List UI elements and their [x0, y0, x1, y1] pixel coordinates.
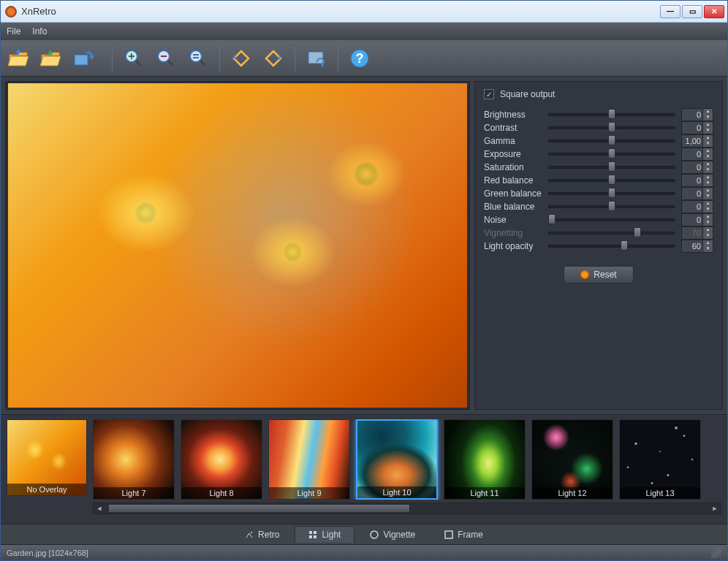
- scroll-right-icon[interactable]: ►: [709, 505, 721, 512]
- spinner-input-red_balance[interactable]: [682, 176, 702, 185]
- spinner-up-icon[interactable]: ▲: [702, 175, 713, 180]
- window-title: XnRetro: [21, 6, 660, 17]
- menu-info[interactable]: Info: [32, 26, 47, 37]
- spinner-input-brightness[interactable]: [682, 110, 702, 119]
- slider-saturation[interactable]: [548, 161, 675, 173]
- overlay-thumb-light-13[interactable]: Light 13: [619, 419, 701, 500]
- slider-label-green_balance: Green balance: [484, 188, 542, 199]
- spinner-input-light_opacity[interactable]: [682, 242, 702, 251]
- svg-point-5: [321, 64, 324, 66]
- spinner-blue_balance[interactable]: ▲▼: [681, 200, 713, 213]
- slider-row-saturation: Saturation▲▼: [484, 161, 713, 174]
- spinner-down-icon[interactable]: ▼: [702, 194, 713, 199]
- spinner-up-icon[interactable]: ▲: [702, 109, 713, 115]
- overlay-thumb-light-10[interactable]: Light 10: [356, 419, 438, 500]
- no-overlay-thumb[interactable]: No Overlay: [7, 419, 87, 496]
- help-button[interactable]: ?: [346, 45, 374, 72]
- spinner-red_balance[interactable]: ▲▼: [681, 174, 713, 187]
- zoom-fit-button[interactable]: [184, 45, 212, 72]
- reset-icon: [580, 270, 589, 279]
- tab-light[interactable]: Light: [295, 526, 354, 543]
- crop-button[interactable]: [303, 45, 330, 72]
- overlay-thumb-light-7[interactable]: Light 7: [93, 419, 175, 500]
- spinner-up-icon[interactable]: ▲: [702, 201, 713, 207]
- spinner-input-contrast[interactable]: [682, 123, 702, 132]
- spinner-gamma[interactable]: ▲▼: [681, 134, 713, 148]
- spinner-input-saturation[interactable]: [682, 163, 702, 172]
- overlay-thumb-light-12[interactable]: Light 12: [531, 419, 613, 500]
- tab-vignette[interactable]: Vignette: [356, 526, 429, 543]
- rotate-right-button[interactable]: [259, 45, 287, 72]
- overlay-thumb-light-11[interactable]: Light 11: [444, 419, 526, 500]
- spinner-up-icon[interactable]: ▲: [702, 161, 713, 167]
- tab-frame[interactable]: Frame: [431, 526, 497, 543]
- spinner-up-icon[interactable]: ▲: [702, 148, 713, 154]
- folder-save-icon: [40, 49, 62, 68]
- overlay-scrollbar[interactable]: ◄ ►: [93, 503, 721, 514]
- spinner-light_opacity[interactable]: ▲▼: [681, 240, 713, 253]
- spinner-input-noise[interactable]: [682, 215, 702, 224]
- overlay-thumb-label: Light 10: [357, 486, 436, 498]
- spinner-up-icon[interactable]: ▲: [702, 188, 713, 194]
- spinner-saturation[interactable]: ▲▼: [681, 161, 713, 174]
- slider-row-contrast: Contrast▲▼: [484, 121, 713, 134]
- slider-green_balance[interactable]: [548, 188, 675, 199]
- spinner-up-icon[interactable]: ▲: [702, 122, 713, 128]
- slider-brightness[interactable]: [548, 109, 675, 121]
- spinner-down-icon[interactable]: ▼: [702, 167, 713, 173]
- overlay-thumb-light-9[interactable]: Light 9: [268, 419, 350, 500]
- preview-pane[interactable]: [5, 81, 470, 410]
- spinner-input-blue_balance[interactable]: [682, 202, 702, 211]
- vignette-tab-icon: [370, 530, 379, 539]
- square-output-checkbox[interactable]: ✓: [484, 89, 494, 99]
- spinner-exposure[interactable]: ▲▼: [681, 148, 713, 161]
- slider-contrast[interactable]: [548, 122, 675, 134]
- zoom-out-button[interactable]: [152, 45, 180, 72]
- rotate-left-button[interactable]: [227, 45, 255, 72]
- status-text: Garden.jpg [1024x768]: [7, 549, 88, 557]
- light-tab-icon: [308, 530, 317, 539]
- overlay-thumb-label: Light 11: [444, 487, 525, 499]
- slider-gamma[interactable]: [548, 135, 675, 147]
- spinner-down-icon[interactable]: ▼: [702, 141, 713, 147]
- close-button[interactable]: ✕: [704, 5, 724, 18]
- scroll-left-icon[interactable]: ◄: [94, 505, 105, 512]
- spinner-brightness[interactable]: ▲▼: [681, 108, 713, 121]
- slider-noise[interactable]: [548, 214, 675, 226]
- titlebar[interactable]: XnRetro — ▭ ✕: [1, 1, 727, 23]
- maximize-button[interactable]: ▭: [682, 5, 702, 18]
- spinner-green_balance[interactable]: ▲▼: [681, 187, 713, 200]
- spinner-input-gamma[interactable]: [682, 137, 702, 145]
- tab-retro[interactable]: Retro: [231, 526, 293, 543]
- spinner-noise[interactable]: ▲▼: [681, 213, 713, 226]
- scroll-thumb[interactable]: [108, 504, 410, 513]
- spinner-input-exposure[interactable]: [682, 150, 702, 159]
- reset-button[interactable]: Reset: [564, 266, 633, 283]
- export-button[interactable]: [69, 45, 105, 72]
- spinner-down-icon[interactable]: ▼: [702, 246, 713, 252]
- minimize-button[interactable]: —: [660, 5, 680, 18]
- save-button[interactable]: [37, 45, 65, 72]
- spinner-down-icon[interactable]: ▼: [702, 220, 713, 226]
- spinner-up-icon[interactable]: ▲: [702, 214, 713, 220]
- spinner-contrast[interactable]: ▲▼: [681, 121, 713, 134]
- spinner-up-icon[interactable]: ▲: [702, 135, 713, 141]
- spinner-down-icon[interactable]: ▼: [702, 207, 713, 213]
- overlay-thumb-light-8[interactable]: Light 8: [181, 419, 262, 500]
- open-button[interactable]: [5, 45, 33, 72]
- square-output-row[interactable]: ✓ Square output: [484, 89, 713, 99]
- zoom-in-button[interactable]: [120, 45, 148, 72]
- slider-exposure[interactable]: [548, 148, 675, 160]
- spinner-input-green_balance[interactable]: [682, 189, 702, 198]
- spinner-down-icon[interactable]: ▼: [702, 128, 713, 134]
- spinner-down-icon[interactable]: ▼: [702, 180, 713, 186]
- status-bar: Garden.jpg [1024x768]: [1, 544, 727, 560]
- slider-light_opacity[interactable]: [548, 240, 675, 252]
- slider-blue_balance[interactable]: [548, 201, 675, 213]
- menu-file[interactable]: File: [7, 26, 20, 37]
- spinner-down-icon[interactable]: ▼: [702, 154, 713, 160]
- spinner-down-icon[interactable]: ▼: [702, 115, 713, 121]
- slider-red_balance[interactable]: [548, 175, 675, 186]
- spinner-up-icon[interactable]: ▲: [702, 240, 713, 246]
- resize-grip-icon[interactable]: [711, 548, 721, 558]
